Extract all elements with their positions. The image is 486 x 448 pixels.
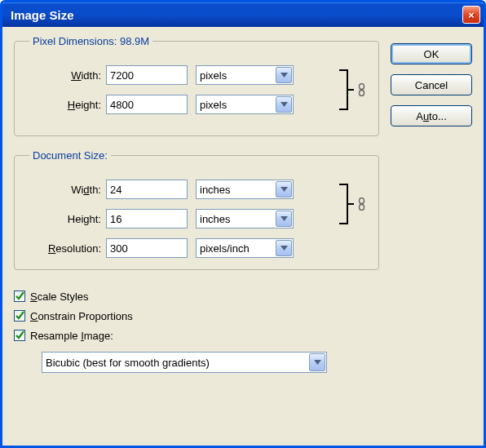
close-button[interactable]: × [462,6,480,24]
svg-point-2 [359,198,364,204]
px-height-input[interactable] [106,95,188,114]
chain-link-icon[interactable] [356,196,367,212]
ok-button[interactable]: OK [391,43,472,64]
svg-point-0 [359,84,364,90]
resample-image-label: Resample Image: [30,330,113,342]
px-height-label: Height: [26,99,101,111]
constrain-proportions-label: Constrain Proportions [30,310,133,322]
scale-styles-checkbox[interactable] [14,291,25,302]
dialog-body: Pixel Dimensions: 98.9M Width: Height: [2,27,484,446]
chevron-down-icon[interactable] [276,96,292,113]
svg-point-1 [359,91,364,96]
resample-image-row[interactable]: Resample Image: [14,326,472,345]
doc-width-unit-combo[interactable] [196,180,294,199]
chain-link-icon[interactable] [356,82,367,98]
svg-point-3 [359,205,364,211]
close-icon: × [468,9,475,21]
resolution-input[interactable] [106,238,188,258]
resample-method-value [42,352,327,373]
options-checkboxes: Scale Styles Constrain Proportions Resam… [14,286,472,373]
chevron-down-icon[interactable] [309,353,325,371]
px-width-unit-combo[interactable] [196,65,294,85]
cancel-button[interactable]: Cancel [391,74,472,95]
doc-height-unit-combo[interactable] [196,209,294,228]
doc-width-input[interactable] [106,180,188,199]
scale-styles-label: Scale Styles [30,291,89,303]
image-size-dialog: Image Size × Pixel Dimensions: 98.9M Wid… [0,0,486,448]
window-title: Image Size [11,8,74,22]
titlebar[interactable]: Image Size × [2,2,484,27]
resample-image-checkbox[interactable] [14,330,25,341]
resample-method-combo[interactable] [42,352,327,373]
scale-styles-row[interactable]: Scale Styles [14,286,472,306]
constrain-bracket-icon [336,65,356,114]
chevron-down-icon[interactable] [276,211,292,227]
document-size-legend: Document Size: [29,149,111,162]
resolution-label: Resolution: [26,242,101,255]
constrain-proportions-checkbox[interactable] [14,310,25,322]
px-width-label: Width: [26,69,101,82]
constrain-bracket-icon [336,180,356,228]
doc-height-label: Height: [26,213,101,225]
doc-height-input[interactable] [106,209,188,228]
px-height-unit-combo[interactable] [196,95,294,114]
pixel-dimensions-group: Pixel Dimensions: 98.9M Width: Height: [14,35,379,136]
pixel-dimensions-legend: Pixel Dimensions: 98.9M [29,35,152,47]
resolution-unit-combo[interactable] [196,238,294,258]
chevron-down-icon[interactable] [276,67,292,83]
auto-button[interactable]: Auto... [391,105,472,126]
px-width-input[interactable] [106,65,188,85]
chevron-down-icon[interactable] [276,181,292,197]
document-size-group: Document Size: Width: Height: [14,149,379,270]
constrain-proportions-row[interactable]: Constrain Proportions [14,306,472,326]
chevron-down-icon[interactable] [276,240,292,256]
doc-width-label: Width: [26,184,101,196]
